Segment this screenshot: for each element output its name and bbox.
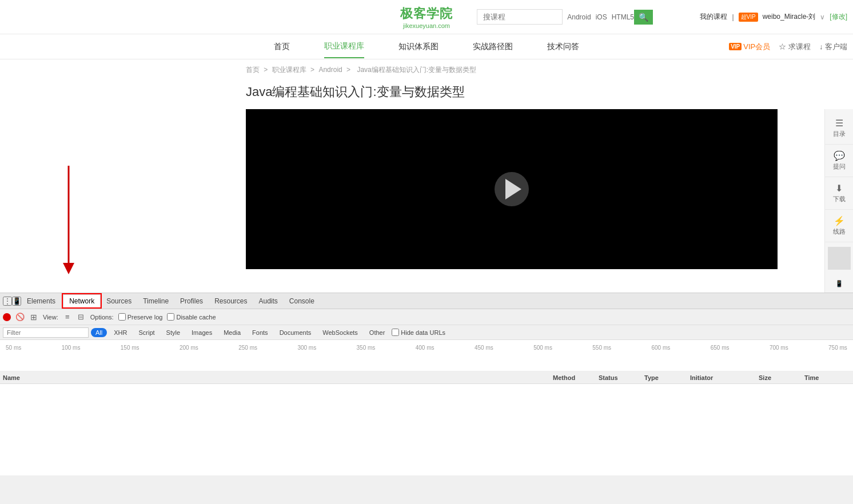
timeline-area: 50 ms 100 ms 150 ms 200 ms 250 ms 300 ms…	[0, 340, 853, 371]
filter-input[interactable]	[3, 327, 89, 338]
tick-750ms: 750 ms	[828, 343, 847, 353]
tab-audits[interactable]: Audits	[253, 295, 283, 307]
vip-badge: 超VIP	[739, 13, 758, 22]
breadcrumb-android[interactable]: Android	[318, 66, 342, 74]
disable-cache-checkbox[interactable]	[167, 313, 174, 321]
tab-profiles[interactable]: Profiles	[174, 295, 209, 307]
video-player[interactable]	[246, 109, 778, 269]
route-label: 线路	[833, 228, 846, 235]
route-icon: ⚡	[828, 215, 850, 226]
tab-timeline[interactable]: Timeline	[137, 295, 174, 307]
devtools-menu-icon[interactable]: ⋮	[3, 297, 12, 306]
hide-data-urls-checkbox[interactable]	[392, 329, 399, 336]
filter-script[interactable]: Script	[134, 328, 159, 337]
tab-elements[interactable]: Elements	[21, 295, 61, 307]
view-options-icon[interactable]: ⊟	[77, 313, 86, 322]
tab-network[interactable]: Network	[63, 294, 101, 308]
preserve-log-text: Preserve log	[127, 314, 163, 321]
tick-300ms: 300 ms	[297, 343, 316, 353]
network-tab-wrapper: Network	[63, 294, 101, 307]
col-status[interactable]: Status	[599, 374, 644, 381]
client-download-link[interactable]: ↓ 客户端	[819, 42, 847, 52]
tick-100ms: 100 ms	[62, 343, 81, 353]
my-course-link[interactable]: 我的课程	[700, 12, 727, 22]
nav-qa[interactable]: 技术问答	[547, 36, 579, 58]
filter-style[interactable]: Style	[162, 328, 185, 337]
devtools-toolbar: 🚫 ⊞ View: ≡ ⊟ Options: Preserve log Disa…	[0, 309, 853, 325]
tab-resources[interactable]: Resources	[209, 295, 253, 307]
preserve-log-checkbox[interactable]	[118, 313, 126, 321]
filter-websockets[interactable]: WebSockets	[318, 328, 362, 337]
timeline-ticks: 50 ms 100 ms 150 ms 200 ms 250 ms 300 ms…	[0, 340, 853, 353]
html5-filter[interactable]: HTML5	[612, 13, 634, 21]
disable-cache-label[interactable]: Disable cache	[167, 313, 216, 321]
user-area: 我的课程 | 超VIP weibo_Miracle-刘 ∨ [修改]	[700, 12, 847, 22]
tab-sources[interactable]: Sources	[101, 295, 137, 307]
col-time[interactable]: Time	[804, 374, 850, 381]
phone-icon: 📱	[835, 280, 843, 287]
breadcrumb-courses[interactable]: 职业课程库	[272, 66, 306, 74]
nav-knowledge[interactable]: 知识体系图	[398, 36, 439, 58]
disable-cache-text: Disable cache	[176, 314, 216, 321]
filter-media[interactable]: Media	[219, 328, 245, 337]
col-type[interactable]: Type	[644, 374, 690, 381]
filter-documents[interactable]: Documents	[275, 328, 316, 337]
vip-member-link[interactable]: VIP VIP会员	[729, 42, 770, 52]
tick-350ms: 350 ms	[357, 343, 376, 353]
view-list-icon[interactable]: ≡	[63, 313, 72, 322]
breadcrumb-home[interactable]: 首页	[246, 66, 260, 74]
filter-xhr[interactable]: XHR	[109, 328, 131, 337]
col-size[interactable]: Size	[759, 374, 804, 381]
logo-sub: jikexueyuan.com	[400, 22, 453, 29]
network-table-header: Name Method Status Type Initiator Size T…	[0, 371, 853, 384]
sidebar-route[interactable]: ⚡ 线路	[825, 210, 853, 242]
request-course-link[interactable]: ☆ 求课程	[779, 42, 811, 52]
filter-fonts[interactable]: Fonts	[248, 328, 273, 337]
logo-area: 极客学院 jikexueyuan.com	[400, 5, 453, 29]
question-icon: 💬	[828, 150, 850, 161]
devtools-panel: ⋮ 📱 Elements | Network Sources Timeline …	[0, 293, 853, 504]
vip-member-label: VIP会员	[743, 42, 770, 52]
tick-700ms: 700 ms	[770, 343, 788, 353]
sidebar-phone[interactable]: 📱	[825, 274, 853, 294]
col-initiator[interactable]: Initiator	[690, 374, 759, 381]
network-table-body	[0, 384, 853, 475]
tick-650ms: 650 ms	[711, 343, 730, 353]
filter-images[interactable]: Images	[187, 328, 217, 337]
play-icon	[505, 179, 521, 199]
ios-filter[interactable]: iOS	[596, 13, 607, 21]
record-button[interactable]	[3, 313, 11, 321]
tick-450ms: 450 ms	[475, 343, 493, 353]
breadcrumb: 首页 > 职业课程库 > Android > Java编程基础知识入门:变量与数…	[0, 59, 853, 81]
tab-console[interactable]: Console	[284, 295, 320, 307]
nav-home[interactable]: 首页	[274, 36, 290, 58]
nav-courses[interactable]: 职业课程库	[324, 35, 364, 58]
page-title: Java编程基础知识入门:变量与数据类型	[0, 81, 853, 109]
tick-250ms: 250 ms	[238, 343, 257, 353]
col-method[interactable]: Method	[553, 374, 599, 381]
android-filter[interactable]: Android	[567, 13, 591, 21]
edit-link[interactable]: [修改]	[830, 12, 847, 22]
play-button[interactable]	[495, 172, 529, 206]
toc-label: 目录	[833, 130, 846, 137]
col-name[interactable]: Name	[3, 374, 553, 381]
filter-all[interactable]: All	[91, 328, 107, 337]
clear-button[interactable]: 🚫	[15, 313, 25, 322]
hide-data-urls-label[interactable]: Hide data URLs	[392, 329, 445, 336]
nav-roadmap[interactable]: 实战路径图	[473, 36, 513, 58]
filter-toggle[interactable]: ⊞	[29, 313, 38, 322]
options-label: Options:	[90, 314, 114, 321]
breadcrumb-current: Java编程基础知识入门:变量与数据类型	[357, 66, 476, 74]
sidebar-toc[interactable]: ☰ 目录	[825, 112, 853, 145]
tick-500ms: 500 ms	[533, 343, 552, 353]
search-button[interactable]: 🔍	[634, 10, 653, 25]
download-icon: ⬇	[828, 183, 850, 194]
sidebar-question[interactable]: 💬 提问	[825, 145, 853, 177]
qr-code	[828, 247, 851, 270]
search-input[interactable]	[477, 9, 563, 25]
filter-other[interactable]: Other	[365, 328, 390, 337]
preserve-log-label[interactable]: Preserve log	[118, 313, 163, 321]
devtools-device-icon[interactable]: 📱	[12, 297, 21, 306]
content-area: ☰ 目录 💬 提问 ⬇ 下载 ⚡ 线路 📱 ♡ 收藏 👤	[0, 109, 853, 269]
sidebar-download[interactable]: ⬇ 下载	[825, 177, 853, 210]
